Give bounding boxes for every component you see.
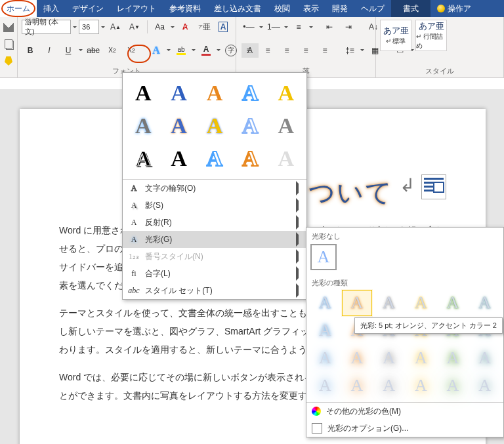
glow-preset-1[interactable]: A xyxy=(309,289,341,317)
fx-preset-13[interactable]: A xyxy=(197,142,232,175)
fx-preset-7[interactable]: A xyxy=(161,110,196,142)
change-case-dd[interactable] xyxy=(171,20,175,33)
tab-developer[interactable]: 開発 xyxy=(326,0,354,17)
layout-options-button[interactable] xyxy=(421,174,446,199)
glow-preset-17[interactable]: A xyxy=(437,344,469,372)
tab-design[interactable]: デザイン xyxy=(66,0,110,17)
distributed-button[interactable]: ≡ xyxy=(316,43,333,58)
glow-none[interactable]: A xyxy=(310,244,337,270)
align-left-button[interactable]: ≡ xyxy=(240,43,257,58)
underline-button[interactable]: U xyxy=(60,43,77,58)
clear-formatting-button[interactable]: A̷ xyxy=(177,20,194,34)
fx-preset-3[interactable]: A xyxy=(197,77,232,110)
numbering-button[interactable]: 1–– xyxy=(265,20,282,34)
tab-insert[interactable]: 挿入 xyxy=(37,0,66,17)
text-effects-dd[interactable] xyxy=(167,44,171,57)
fx-preset-10[interactable]: A xyxy=(268,110,304,142)
text-effects-button[interactable]: A xyxy=(148,43,165,58)
glow-preset-14[interactable]: A xyxy=(341,344,373,372)
cut-button[interactable] xyxy=(0,20,17,34)
align-center-button[interactable]: ≡ xyxy=(259,43,276,58)
italic-button[interactable]: I xyxy=(41,43,58,58)
align-right-button[interactable]: ≡ xyxy=(278,43,295,58)
font-size-dd[interactable] xyxy=(101,20,105,33)
tab-help[interactable]: ヘルプ xyxy=(354,0,391,17)
glow-preset-2[interactable]: A xyxy=(341,289,373,317)
decrease-indent-button[interactable]: ⇤ xyxy=(321,20,338,34)
glow-options[interactable]: 光彩のオプション(G)... xyxy=(306,420,503,437)
shrink-font-button[interactable]: A▼ xyxy=(126,20,143,34)
tab-home[interactable]: ホーム xyxy=(0,0,37,17)
font-color-dd[interactable] xyxy=(217,44,220,57)
glow-preset-7[interactable]: A xyxy=(309,317,341,344)
glow-more-colors[interactable]: その他の光彩の色(M) xyxy=(306,403,503,420)
bold-button[interactable]: B xyxy=(22,43,39,58)
glow-preset-5[interactable]: A xyxy=(437,289,469,317)
fx-preset-15[interactable]: A xyxy=(268,142,304,175)
strike-button[interactable]: abc xyxy=(85,43,102,58)
tab-references[interactable]: 参考資料 xyxy=(163,0,207,17)
fx-preset-6[interactable]: A xyxy=(125,110,161,142)
copy-button[interactable] xyxy=(0,37,17,51)
bullets-dd[interactable] xyxy=(259,20,263,33)
glow-preset-15[interactable]: A xyxy=(373,344,405,372)
fx-preset-12[interactable]: A xyxy=(161,142,196,175)
fx-reflection[interactable]: A反射(R) xyxy=(123,214,306,231)
fx-outline[interactable]: A文字の輪郭(O) xyxy=(123,180,306,197)
change-case-button[interactable]: Aa xyxy=(152,20,169,34)
tab-view[interactable]: 表示 xyxy=(297,0,326,17)
underline-dd[interactable] xyxy=(79,44,83,57)
fx-preset-14[interactable]: A xyxy=(232,142,268,175)
multilevel-button[interactable]: ≡ xyxy=(290,20,307,34)
grow-font-button[interactable]: A▲ xyxy=(107,20,124,34)
glow-preset-16[interactable]: A xyxy=(405,344,437,372)
character-border-button[interactable]: A xyxy=(215,20,232,34)
fx-shadow[interactable]: A影(S) xyxy=(123,197,306,214)
style-normal[interactable]: あア亜 ↵ 標準 xyxy=(380,20,411,51)
glow-preset-24[interactable]: A xyxy=(469,372,501,399)
glow-preset-13[interactable]: A xyxy=(309,344,341,372)
glow-preset-18[interactable]: A xyxy=(469,344,501,372)
fx-preset-9[interactable]: A xyxy=(232,110,268,142)
tell-me[interactable]: 操作ア xyxy=(430,0,478,17)
font-size-box[interactable]: 36 xyxy=(79,20,99,34)
font-name-dd[interactable] xyxy=(73,20,77,33)
tab-format[interactable]: 書式 xyxy=(391,0,430,17)
fx-preset-5[interactable]: A xyxy=(268,77,304,110)
fx-stylistic-sets[interactable]: abcスタイル セット(T) xyxy=(123,282,306,299)
line-spacing-button[interactable]: ‡≡ xyxy=(341,43,358,58)
fx-glow[interactable]: A光彩(G) xyxy=(123,231,306,248)
format-painter-button[interactable] xyxy=(0,54,17,68)
tab-layout[interactable]: レイアウト xyxy=(110,0,163,17)
glow-preset-21[interactable]: A xyxy=(373,372,405,399)
fx-preset-1[interactable]: A xyxy=(125,77,161,110)
justify-button[interactable]: ≡ xyxy=(297,43,314,58)
superscript-button[interactable]: X2 xyxy=(123,43,140,58)
bullets-button[interactable]: •–– xyxy=(240,20,257,34)
font-color-button[interactable]: A xyxy=(198,43,215,58)
highlight-button[interactable]: ab xyxy=(173,43,190,58)
fx-preset-2[interactable]: A xyxy=(161,77,196,110)
glow-preset-23[interactable]: A xyxy=(437,372,469,399)
line-spacing-dd[interactable] xyxy=(360,44,364,57)
fx-preset-4[interactable]: A xyxy=(232,77,268,110)
fx-preset-11[interactable]: A xyxy=(125,142,161,175)
increase-indent-button[interactable]: ⇥ xyxy=(340,20,357,34)
glow-preset-20[interactable]: A xyxy=(341,372,373,399)
subscript-button[interactable]: X2 xyxy=(104,43,121,58)
glow-preset-19[interactable]: A xyxy=(309,372,341,399)
phonetic-guide-button[interactable]: ア亜 xyxy=(196,20,213,34)
font-name-box[interactable]: 游明朝 (本文) xyxy=(22,20,71,34)
highlight-dd[interactable] xyxy=(192,44,196,57)
tab-review[interactable]: 校閲 xyxy=(268,0,297,17)
multilevel-dd[interactable] xyxy=(309,20,313,33)
glow-preset-22[interactable]: A xyxy=(405,372,437,399)
tab-mailings[interactable]: 差し込み文書 xyxy=(207,0,268,17)
fx-ligatures[interactable]: fi合字(L) xyxy=(123,265,306,282)
glow-preset-3[interactable]: A xyxy=(373,289,405,317)
style-no-spacing[interactable]: あア亜 ↵ 行間詰め xyxy=(415,20,447,51)
glow-preset-4[interactable]: A xyxy=(405,289,437,317)
glow-preset-6[interactable]: A xyxy=(469,289,501,317)
numbering-dd[interactable] xyxy=(284,20,288,33)
fx-preset-8[interactable]: A xyxy=(197,110,232,142)
